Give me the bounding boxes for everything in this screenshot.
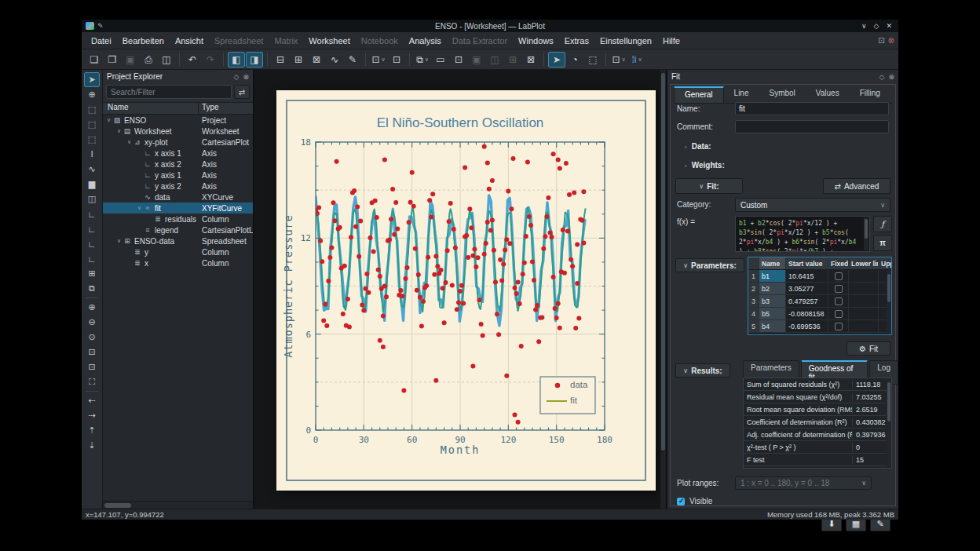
data-point[interactable] <box>476 255 481 260</box>
menu-analysis[interactable]: Analysis <box>404 35 447 47</box>
advanced-button[interactable]: ⇄Advanced <box>823 178 890 194</box>
plot-title[interactable]: El Niño-Southern Oscillation <box>377 115 544 130</box>
data-point[interactable] <box>532 278 536 283</box>
menu-ansicht[interactable]: Ansicht <box>170 35 209 47</box>
formula-scrollbar[interactable] <box>864 217 868 250</box>
data-point[interactable] <box>467 206 472 211</box>
print-preview-button[interactable]: ◫ <box>158 52 175 68</box>
worksheet-view[interactable]: El Niño-Southern Oscillation030609012015… <box>253 70 666 509</box>
maximize-button[interactable]: ◇ <box>874 22 879 30</box>
zoom-y-select-mode-button[interactable]: ⬚ <box>84 132 100 147</box>
shift-up-y-button[interactable]: ⇡ <box>84 423 100 438</box>
fixed-checkbox[interactable] <box>835 310 843 318</box>
run-fit-button[interactable]: ⚙Fit <box>847 341 890 356</box>
auto-scale-all-button[interactable]: ⛶ <box>84 374 100 389</box>
data-point[interactable] <box>551 151 556 156</box>
tree-expander-icon[interactable]: ∨ <box>126 139 133 145</box>
search-input[interactable] <box>106 85 232 99</box>
data-point[interactable] <box>427 198 432 203</box>
data-point[interactable] <box>572 191 576 195</box>
fixed-checkbox[interactable] <box>835 323 843 330</box>
data-point[interactable] <box>398 288 403 293</box>
magnification-dropdown[interactable]: ⊡∨ <box>610 52 627 68</box>
insert-function-button[interactable]: ƒ <box>873 216 892 232</box>
data-point[interactable] <box>321 319 326 323</box>
tree-expander-icon[interactable]: ∨ <box>115 238 122 244</box>
param-fixed-cell[interactable] <box>828 283 849 294</box>
data-point[interactable] <box>432 272 437 277</box>
data-point[interactable] <box>554 316 559 320</box>
data-point[interactable] <box>442 320 447 325</box>
tree-row-ENSO[interactable]: ∨▧ENSOProject <box>103 115 253 126</box>
data-point[interactable] <box>373 199 378 203</box>
tree-row-x[interactable]: ≣xColumn <box>103 257 253 268</box>
toggle-project-explorer-button[interactable]: ◧ <box>228 52 245 68</box>
data-point[interactable] <box>464 233 469 238</box>
param-fixed-cell[interactable] <box>828 320 849 332</box>
tree-expander-icon[interactable]: ∨ <box>105 117 112 123</box>
data-point[interactable] <box>533 308 538 312</box>
data-point[interactable] <box>390 187 395 192</box>
data-point[interactable] <box>410 170 415 175</box>
data-point[interactable] <box>484 241 488 246</box>
data-point[interactable] <box>496 332 501 337</box>
data-point[interactable] <box>455 307 459 312</box>
shade-button[interactable]: ∨ <box>861 22 867 30</box>
data-point[interactable] <box>565 229 570 234</box>
data-point[interactable] <box>346 297 350 301</box>
add-x-axis-button[interactable]: ∟ <box>84 206 100 221</box>
data-point[interactable] <box>338 225 342 230</box>
data-point[interactable] <box>429 214 433 219</box>
data-point[interactable] <box>353 224 358 229</box>
data-point[interactable] <box>513 286 517 290</box>
data-point[interactable] <box>367 290 371 295</box>
results-scrollbar[interactable] <box>887 379 891 467</box>
add-cartesian-plot-button[interactable]: ⊞ <box>84 266 100 281</box>
fit-page-button[interactable]: ▭ <box>432 52 449 68</box>
param-row[interactable]: 1b110.6415 <box>748 270 891 283</box>
add-axis-left-button[interactable]: ∟ <box>84 251 100 266</box>
data-point[interactable] <box>580 218 584 223</box>
close-dock-icon[interactable]: ⊗ <box>243 73 249 81</box>
new-folder-button[interactable]: ⊟ <box>272 52 289 68</box>
data-point[interactable] <box>418 295 422 300</box>
presenter-mode-dropdown[interactable]: ⁞i∨ <box>628 52 645 68</box>
data-point[interactable] <box>358 219 363 224</box>
param-fixed-cell[interactable] <box>828 270 849 282</box>
data-point[interactable] <box>530 259 535 264</box>
data-point[interactable] <box>507 241 512 246</box>
data-point[interactable] <box>419 324 424 329</box>
data-point[interactable] <box>453 246 458 250</box>
data-point[interactable] <box>352 188 357 193</box>
menu-extras[interactable]: Extras <box>559 35 594 47</box>
add-xy-curve-button[interactable]: ∿ <box>84 162 100 177</box>
data-point[interactable] <box>556 157 561 162</box>
enso-plot[interactable]: El Niño-Southern Oscillation030609012015… <box>276 90 656 491</box>
data-point[interactable] <box>558 326 562 330</box>
data-point[interactable] <box>324 323 329 328</box>
tab-filling[interactable]: Filling <box>850 86 890 103</box>
data-point[interactable] <box>371 249 376 254</box>
add-image-button[interactable]: ⧉ <box>84 281 100 296</box>
zoom-in-button[interactable]: ⊕ <box>84 300 100 315</box>
data-point[interactable] <box>459 283 464 288</box>
data-point[interactable] <box>569 257 573 262</box>
data-point[interactable] <box>514 291 519 296</box>
data-point[interactable] <box>536 339 541 344</box>
tree-row-residuals[interactable]: ≣residualsColumn <box>103 213 253 224</box>
fit-section-toggle[interactable]: ∨Fit: <box>675 178 743 194</box>
data-point[interactable] <box>490 178 495 183</box>
data-point[interactable] <box>349 235 353 239</box>
data-point[interactable] <box>581 241 586 246</box>
results-section-toggle[interactable]: ∨Results: <box>675 363 730 378</box>
zoom-select-mode-button[interactable]: ⬚ <box>84 102 100 117</box>
x-axis-label[interactable]: Month <box>441 443 481 456</box>
undo-button[interactable]: ↶ <box>184 52 201 68</box>
navigate-mode-button[interactable]: ◔ <box>566 52 583 68</box>
data-point[interactable] <box>490 218 495 223</box>
data-point[interactable] <box>452 227 456 232</box>
data-point[interactable] <box>430 192 435 196</box>
data-point[interactable] <box>448 201 453 206</box>
float-dock-icon[interactable]: ◇ <box>234 73 240 81</box>
data-point[interactable] <box>504 374 509 378</box>
